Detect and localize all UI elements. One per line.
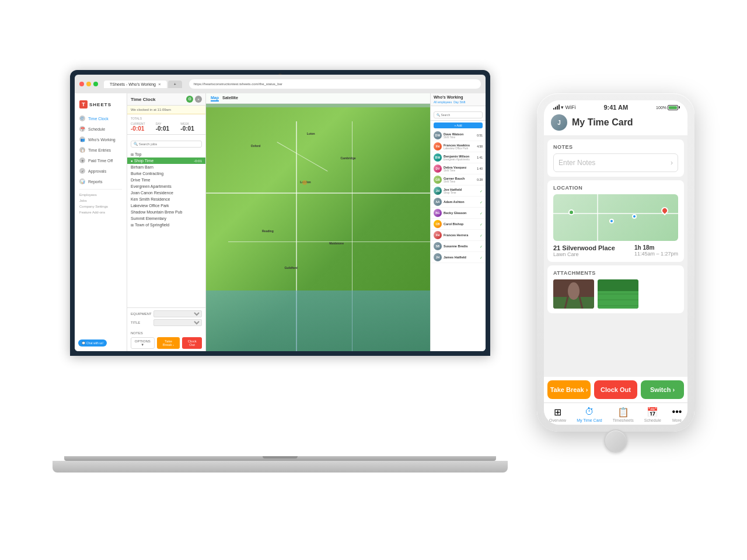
notes-box[interactable]: Enter Notes › xyxy=(553,153,678,172)
sidebar-section-addons: Feature Add-ons xyxy=(75,209,127,215)
phone-status-bar: ▾ WiFi 9:41 AM 100% xyxy=(544,100,687,112)
browser-tab-active[interactable]: TSheets - Who's Working × xyxy=(104,80,167,88)
ww-add-label: + Add xyxy=(455,124,462,127)
job-item-burke[interactable]: Burke Contracting xyxy=(127,170,205,177)
action-buttons: OPTIONS ▼ Take Break › Clock Out xyxy=(127,335,205,351)
tab-close[interactable]: × xyxy=(158,82,161,87)
ww-filter-shift[interactable]: Day Shift xyxy=(453,100,465,104)
nav-item-overview[interactable]: ⊞ Overview xyxy=(549,407,566,422)
total-current-value: -0:01 xyxy=(131,125,152,132)
search-jobs-input[interactable] xyxy=(131,141,202,148)
nav-item-more[interactable]: ••• More xyxy=(672,407,682,422)
employee-name-becky: Becky Gleason xyxy=(444,211,478,215)
phone-user-avatar: J xyxy=(551,114,567,131)
employee-hours-garner: 0:28 xyxy=(477,178,483,181)
location-info: 21 Silverwood Place Lawn Care 1h 18m 11:… xyxy=(553,244,678,257)
laptop-hinge xyxy=(64,456,496,461)
avatar-img-debra: DV xyxy=(434,164,442,173)
laptop-screen-outer: TSheets - Who's Working × + https://hear… xyxy=(70,70,490,356)
nav-item-timecard[interactable]: ⏱ My Time Card xyxy=(577,407,602,422)
more-icon: ••• xyxy=(672,407,682,417)
attachments-row xyxy=(553,279,678,309)
map-label-oxford: Oxford xyxy=(251,144,260,148)
employee-hours-dave: 0:51 xyxy=(477,134,483,137)
sidebar-label-time-entries: Time Entries xyxy=(88,148,111,152)
phone-take-break-btn[interactable]: Take Break › xyxy=(547,380,591,399)
equipment-section: EQUIPMENT TITLE xyxy=(127,307,205,330)
ww-search-input[interactable] xyxy=(434,111,483,118)
jobs-list: ⊞ Top ● Shop Time -0:01 xyxy=(127,150,205,307)
job-item-springfield[interactable]: ⊞ Town of Springfield xyxy=(127,222,205,228)
job-icon-top: ⊞ xyxy=(131,152,134,156)
nav-item-schedule[interactable]: 📅 Schedule xyxy=(644,407,661,422)
employee-check-frances-h: ✓ xyxy=(480,233,483,237)
phone-switch-label: Switch › xyxy=(650,386,675,393)
phone-signal: ▾ WiFi xyxy=(553,104,576,110)
employee-info-becky: Becky Gleason xyxy=(444,211,478,215)
phone-switch-btn[interactable]: Switch › xyxy=(641,380,684,399)
browser-chrome: TSheets - Who's Working × + https://hear… xyxy=(75,75,486,93)
browser-url-bar[interactable]: https://heartsconstructiontest.tsheets.c… xyxy=(189,79,481,89)
job-item-summit[interactable]: Summit Elementary xyxy=(127,215,205,222)
sidebar-item-time-entries[interactable]: 📋 Time Entries xyxy=(75,145,127,155)
employee-row-dave: DW Dave Watson Shift Time 0:51 xyxy=(431,130,486,141)
job-item-joan[interactable]: Joan Canon Residence xyxy=(127,190,205,196)
job-item-ken[interactable]: Ken Smith Residence xyxy=(127,196,205,202)
employee-name-carol: Carol Bishop xyxy=(444,222,478,226)
ww-filter-all[interactable]: All employees xyxy=(434,100,452,104)
employee-row-carol: CB Carol Bishop ✓ xyxy=(431,219,486,230)
job-item-birham[interactable]: Birham Barn xyxy=(127,164,205,170)
map-tab-satellite[interactable]: Satellite xyxy=(222,95,238,102)
panel-settings-btn[interactable]: ⚙ xyxy=(186,96,193,103)
take-break-btn[interactable]: Take Break › xyxy=(157,337,180,349)
totals-section: TOTALS CURRENT -0:01 DAY -0:01 xyxy=(127,114,205,135)
equipment-row: EQUIPMENT xyxy=(131,310,202,317)
employee-job-benjamin: Evergreen Apartments xyxy=(444,158,475,161)
avatar-img-garner: GB xyxy=(434,176,442,184)
job-item-shadow[interactable]: Shadow Mountain Brew Pub xyxy=(127,209,205,215)
clock-out-btn[interactable]: Clock Out xyxy=(182,337,202,349)
job-item-lakeview[interactable]: Lakeview Office Park xyxy=(127,202,205,209)
notes-label: NOTES xyxy=(127,330,205,335)
chat-bubble[interactable]: 💬 Chat with us! xyxy=(78,340,107,346)
sidebar-item-schedule[interactable]: 📅 Schedule xyxy=(75,124,127,134)
sidebar-item-reports[interactable]: 📊 Reports xyxy=(75,176,127,187)
sidebar-item-whos-working[interactable]: 👥 Who's Working xyxy=(75,134,127,145)
nav-label-timesheets: Timesheets xyxy=(613,418,634,422)
sidebar-item-pto[interactable]: ✈ Paid Time Off xyxy=(75,155,127,166)
browser-tab-new[interactable]: + xyxy=(168,80,182,88)
sidebar-item-timeclock[interactable]: ⏱ Time Clock xyxy=(75,113,127,124)
clocked-in-text: We clocked in at 11:09am xyxy=(131,108,171,111)
browser-dot-red[interactable] xyxy=(79,82,84,86)
sidebar-label-schedule: Schedule xyxy=(88,127,105,131)
employee-list: DW Dave Watson Shift Time 0:51 xyxy=(431,130,486,351)
phone-time: 9:41 AM xyxy=(603,104,628,111)
total-current: CURRENT -0:01 xyxy=(131,122,152,132)
job-name-burke: Burke Contracting xyxy=(131,172,163,176)
employee-info-carol: Carol Bishop xyxy=(444,222,478,226)
job-name-shadow: Shadow Mountain Brew Pub xyxy=(131,210,182,214)
attachment-thumb-2[interactable] xyxy=(598,279,638,309)
employee-info-garner: Garner Bauch Shift Time xyxy=(444,177,475,183)
sidebar-label-reports: Reports xyxy=(88,180,103,184)
browser-dot-yellow[interactable] xyxy=(86,82,91,86)
browser-dot-green[interactable] xyxy=(93,82,98,86)
job-item-shoptime[interactable]: ● Shop Time -0:01 xyxy=(127,158,205,164)
sidebar-item-approvals[interactable]: ✓ Approvals xyxy=(75,166,127,176)
nav-item-timesheets[interactable]: 📋 Timesheets xyxy=(613,407,634,422)
title-select[interactable] xyxy=(153,319,202,326)
map-tab-map[interactable]: Map xyxy=(211,95,219,102)
options-btn[interactable]: OPTIONS ▼ xyxy=(131,337,155,349)
map-toolbar: Map Satellite xyxy=(206,93,430,104)
job-item-top[interactable]: ⊞ Top xyxy=(127,151,205,158)
sidebar-section-settings: Company Settings xyxy=(75,204,127,209)
job-item-evergreen[interactable]: Evergreen Apartments xyxy=(127,183,205,190)
phone-clockout-btn[interactable]: Clock Out xyxy=(594,380,637,399)
employee-info-james: James Hatfield xyxy=(444,256,478,259)
equipment-select[interactable] xyxy=(153,310,202,317)
panel-close-btn[interactable]: × xyxy=(195,96,202,103)
phone-home-btn[interactable] xyxy=(604,429,627,453)
job-item-drive[interactable]: Drive Time xyxy=(127,177,205,183)
attachment-thumb-1[interactable] xyxy=(553,279,594,309)
ww-add-btn[interactable]: + Add xyxy=(434,123,483,128)
